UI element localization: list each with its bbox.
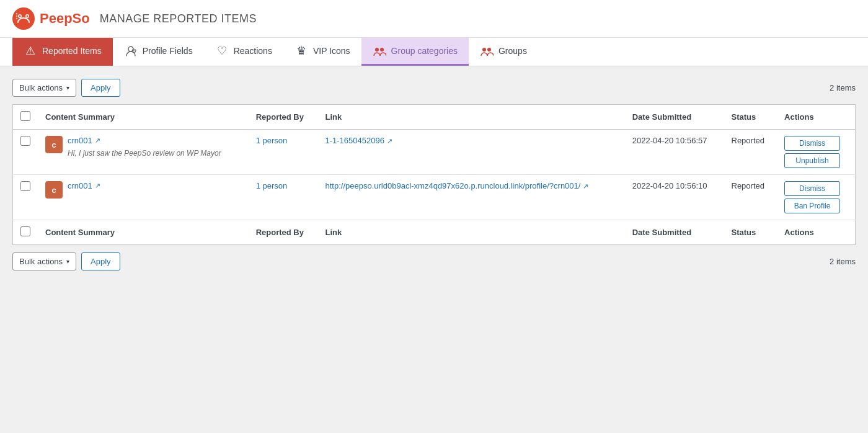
main-content: Bulk actions ▾ Apply 2 items Content Sum… [0,66,868,283]
col-content-summary: Content Summary [38,105,249,130]
tab-groups[interactable]: Groups [469,38,538,66]
tab-groups-label: Groups [498,46,527,56]
reactions-icon: ♡ [215,44,229,58]
apply-button-top[interactable]: Apply [81,79,120,97]
row1-link-ext-icon: ↗ [387,137,392,145]
footer-col-reported-by: Reported By [249,220,318,245]
row2-actions: Dismiss Ban Profile [784,181,848,213]
table-row: c crn001 ↗ 1 person [13,175,856,220]
row1-reported-by-cell: 1 person [249,130,318,175]
col-reported-by: Reported By [249,105,318,130]
svg-point-5 [16,13,17,14]
row2-ban-profile-button[interactable]: Ban Profile [784,199,840,213]
col-status: Status [724,105,777,130]
row2-content-cell: c crn001 ↗ [38,175,249,220]
row2-date-cell: 2022-04-20 10:56:10 [625,175,724,220]
table-footer-header-row: Content Summary Reported By Link Date Su… [13,220,856,245]
svg-point-14 [482,48,486,51]
row2-reported-by-cell: 1 person [249,175,318,220]
vip-icon: ♛ [294,44,308,58]
top-toolbar-left: Bulk actions ▾ Apply [12,79,120,97]
tab-vip-icons-label: VIP Icons [313,46,350,56]
row2-status-cell: Reported [724,175,777,220]
logo: PeepSo [12,7,90,30]
tab-reactions-label: Reactions [234,46,272,56]
svg-point-12 [375,48,379,51]
chevron-down-icon: ▾ [66,84,69,91]
footer-col-link: Link [318,220,625,245]
row1-content-cell: c crn001 ↗ Hi, I just saw the PeepSo rev… [38,130,249,175]
footer-select-all-checkbox[interactable] [20,226,30,236]
svg-point-8 [128,47,133,51]
select-all-col [13,105,38,130]
tab-reported-items-label: Reported Items [42,46,102,56]
page-title: MANAGE REPORTED ITEMS [100,12,257,25]
row1-link[interactable]: 1-1-1650452096 ↗ [326,136,392,145]
row1-checkbox-cell [13,130,38,175]
row1-checkbox[interactable] [20,136,30,146]
row1-date-cell: 2022-04-20 10:56:57 [625,130,724,175]
row2-checkbox[interactable] [20,181,30,191]
row1-avatar-cell: c crn001 ↗ Hi, I just saw the PeepSo rev… [45,136,241,158]
logo-text: PeepSo [40,11,90,27]
warning-icon: ⚠ [24,44,37,58]
tab-profile-fields-label: Profile Fields [143,46,193,56]
groups-icon [480,44,494,58]
svg-point-7 [16,18,17,19]
row2-avatar: c [45,181,63,199]
row1-actions-cell: Dismiss Unpublish [777,130,855,175]
row1-dismiss-button[interactable]: Dismiss [784,136,840,151]
svg-point-13 [380,48,384,51]
footer-col-actions: Actions [777,220,855,245]
table-row: c crn001 ↗ Hi, I just saw the PeepSo rev… [13,130,856,175]
bulk-actions-label: Bulk actions [19,83,63,92]
row1-username-link[interactable]: crn001 ↗ [68,136,221,145]
footer-col-content-summary: Content Summary [38,220,249,245]
admin-header: PeepSo MANAGE REPORTED ITEMS [0,0,868,38]
tab-group-categories-label: Group categories [391,46,458,56]
table-header-row: Content Summary Reported By Link Date Su… [13,105,856,130]
row1-link-cell: 1-1-1650452096 ↗ [318,130,625,175]
bulk-actions-dropdown[interactable]: Bulk actions ▾ [12,79,76,97]
tab-reactions[interactable]: ♡ Reactions [204,38,283,66]
items-count-top: 2 items [830,83,856,92]
row1-actions: Dismiss Unpublish [784,136,848,168]
row1-content-preview: Hi, I just saw the PeepSo review on WP M… [68,149,221,158]
row2-username-link[interactable]: crn001 ↗ [68,181,100,190]
items-count-bottom: 2 items [830,257,856,266]
bulk-actions-label-bottom: Bulk actions [19,257,63,266]
col-link: Link [318,105,625,130]
svg-point-15 [487,48,491,51]
bulk-actions-dropdown-bottom[interactable]: Bulk actions ▾ [12,252,76,270]
row1-status-cell: Reported [724,130,777,175]
row2-avatar-cell: c crn001 ↗ [45,181,241,199]
row1-status: Reported [732,136,764,145]
row1-unpublish-button[interactable]: Unpublish [784,153,840,168]
group-categories-svg [373,44,386,58]
profile-fields-icon [124,44,138,58]
row1-user-info: crn001 ↗ Hi, I just saw the PeepSo revie… [68,136,221,158]
svg-point-3 [19,16,21,17]
groups-svg [480,44,494,58]
row2-status: Reported [732,181,764,190]
footer-col-date-submitted: Date Submitted [625,220,724,245]
chevron-down-icon-bottom: ▾ [66,258,69,265]
tab-reported-items[interactable]: ⚠ Reported Items [12,38,113,66]
select-all-checkbox[interactable] [20,111,30,121]
tab-profile-fields[interactable]: Profile Fields [113,38,204,66]
row2-link[interactable]: http://peepso.urld0b9acl-xmz4qd97x62o.p.… [326,181,589,190]
reported-items-table: Content Summary Reported By Link Date Su… [12,104,856,245]
row2-dismiss-button[interactable]: Dismiss [784,181,840,196]
row2-user-info: crn001 ↗ [68,181,100,190]
tab-vip-icons[interactable]: ♛ VIP Icons [283,38,361,66]
profile-fields-svg [125,45,137,57]
svg-point-6 [16,16,17,17]
row2-checkbox-cell [13,175,38,220]
col-actions: Actions [777,105,855,130]
apply-button-bottom[interactable]: Apply [81,252,120,270]
row2-reported-by-link[interactable]: 1 person [256,181,288,190]
nav-tabs: ⚠ Reported Items Profile Fields ♡ Reacti… [0,38,868,66]
tab-group-categories[interactable]: Group categories [361,38,469,66]
row1-reported-by-link[interactable]: 1 person [256,136,288,145]
row2-link-cell: http://peepso.urld0b9acl-xmz4qd97x62o.p.… [318,175,625,220]
